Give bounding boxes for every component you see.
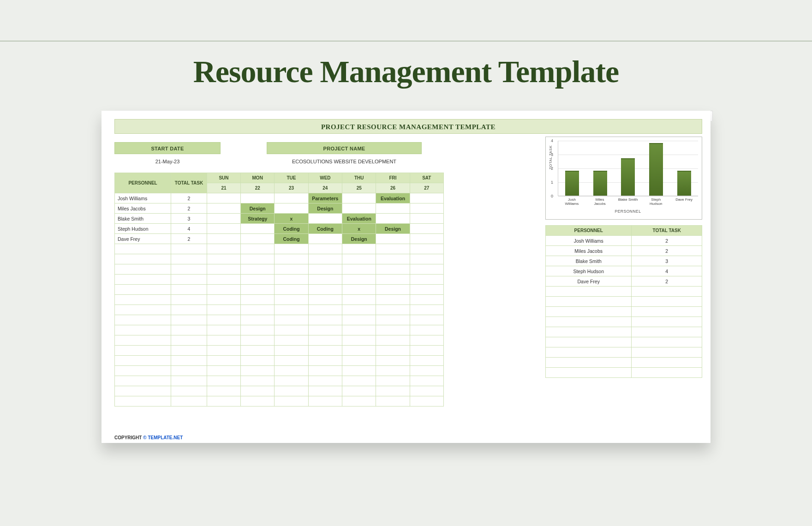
table-row[interactable]: Blake Smith3StrategyxEvaluation [115,214,444,224]
table-row[interactable]: Josh Williams2ParametersEvaluation [115,193,444,203]
table-row[interactable] [115,335,444,346]
table-row[interactable] [115,366,444,376]
table-row[interactable]: Dave Frey2CodingDesign [115,234,444,244]
table-row[interactable]: Steph Hudson4CodingCodingxDesign [115,224,444,234]
spreadsheet-card: PROJECT RESOURCE MANAGEMENT TEMPLATE STA… [102,111,710,443]
table-row[interactable]: Miles Jacobs2 [546,246,702,256]
table-row[interactable] [115,305,444,315]
table-row[interactable] [546,287,702,297]
table-row[interactable] [115,325,444,335]
project-name-header: PROJECT NAME [267,142,422,154]
table-row[interactable] [115,264,444,275]
table-row[interactable] [546,307,702,317]
chart-bar [593,171,607,196]
table-row[interactable] [115,346,444,356]
start-date-value[interactable]: 21-May-23 [114,156,221,167]
table-row[interactable]: Dave Frey2 [546,276,702,287]
table-row[interactable] [115,275,444,285]
table-row[interactable]: Steph Hudson4 [546,266,702,276]
meta-headers: START DATE PROJECT NAME [114,142,444,154]
table-row[interactable] [546,368,702,378]
chart-area: 01234 [558,141,698,196]
table-row[interactable]: Josh Williams2 [546,236,702,246]
table-row[interactable] [115,244,444,254]
divider-top [0,41,812,42]
chart-bar [565,171,579,196]
table-row[interactable] [115,254,444,264]
table-row[interactable] [115,285,444,295]
table-row[interactable] [546,317,702,327]
meta-gap [221,142,267,154]
chart-xlabel: PERSONNEL [558,209,698,214]
table-row[interactable] [546,347,702,358]
table-row[interactable]: Miles Jacobs2DesignDesign [115,203,444,214]
chart-panel: TOTAL TASK 01234 Josh WilliamsMiles Jaco… [545,137,702,220]
table-row[interactable]: Blake Smith3 [546,256,702,266]
chart-bar [677,171,691,196]
table-row[interactable] [115,356,444,366]
chart-bar [621,158,635,196]
project-name-value[interactable]: ECOSOLUTIONS WEBSITE DEVELOPMENT [267,156,422,167]
chart-x-labels: Josh WilliamsMiles JacobsBlake SmithStep… [558,198,698,206]
meta-values: 21-May-23 ECOSOLUTIONS WEBSITE DEVELOPME… [114,156,444,167]
template-link[interactable]: © TEMPLATE.NET [143,435,183,440]
table-row[interactable] [115,396,444,406]
table-row[interactable] [115,295,444,305]
table-row[interactable] [546,327,702,337]
chart-bar [649,143,663,196]
page-title: Resource Management Template [0,54,812,90]
table-row[interactable] [115,386,444,396]
table-row[interactable] [115,376,444,386]
copyright: COPYRIGHT © TEMPLATE.NET [114,435,183,440]
table-row[interactable] [546,337,702,347]
table-row[interactable] [546,297,702,307]
table-row[interactable] [546,358,702,368]
schedule-table[interactable]: PERSONNELTOTAL TASKSUNMONTUEWEDTHUFRISAT… [114,173,444,406]
sheet-banner: PROJECT RESOURCE MANAGEMENT TEMPLATE [114,119,702,134]
table-row[interactable] [115,315,444,325]
start-date-header: START DATE [114,142,221,154]
summary-table[interactable]: PERSONNELTOTAL TASKJosh Williams2Miles J… [545,225,702,378]
